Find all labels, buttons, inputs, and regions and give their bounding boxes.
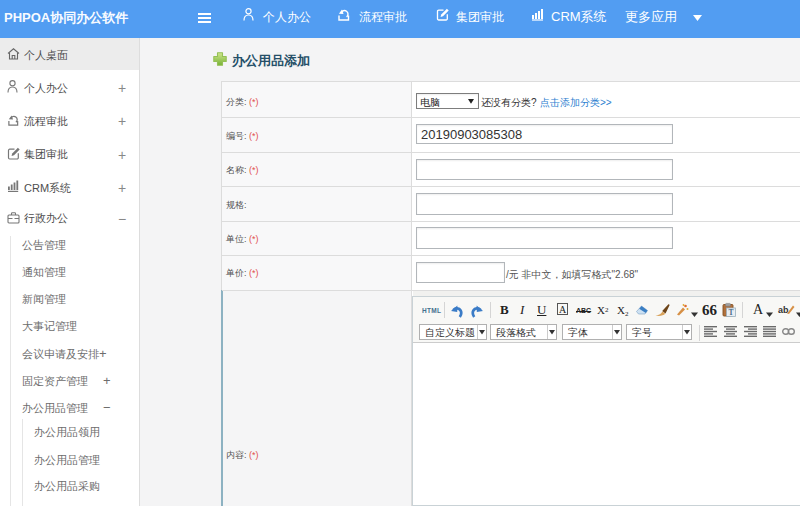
svg-text:T: T [728, 308, 733, 317]
